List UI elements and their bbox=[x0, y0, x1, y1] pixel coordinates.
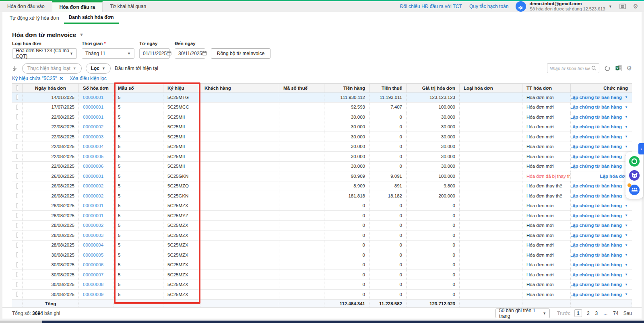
invoice-number-link[interactable]: 00000004 bbox=[83, 243, 103, 247]
row-action-button[interactable]: Lập chứng từ bán hàng ▼ bbox=[571, 253, 628, 257]
row-checkbox[interactable] bbox=[16, 193, 18, 198]
invoice-number-link[interactable]: 00000001 bbox=[83, 213, 103, 218]
row-action-button[interactable]: Lập chứng từ bán hàng ▼ bbox=[571, 272, 628, 277]
to-date-input[interactable]: 30/11/2025 bbox=[175, 48, 205, 59]
subtab-auto-process[interactable]: Tự động xử lý hóa đơn bbox=[5, 12, 64, 24]
scrollbar-thumb[interactable] bbox=[0, 321, 42, 323]
row-action-button[interactable]: Lập chứng từ bán hàng ▼ bbox=[571, 105, 628, 109]
page-size-select[interactable]: 50 bản ghi trên 1 trang ▼ bbox=[495, 309, 550, 318]
batch-actions-button[interactable]: Thực hiện hàng loạt ▼ bbox=[22, 63, 82, 74]
horizontal-scrollbar[interactable] bbox=[0, 321, 644, 323]
col-tien-thue[interactable]: Tiền thuế bbox=[369, 84, 407, 92]
download-icon[interactable] bbox=[12, 65, 18, 72]
list-icon[interactable] bbox=[619, 4, 626, 9]
row-checkbox[interactable] bbox=[16, 252, 18, 257]
pagination-page-3[interactable]: 3 bbox=[594, 311, 599, 316]
invoice-number-link[interactable]: 00000005 bbox=[83, 253, 103, 257]
pagination-page-2[interactable]: 2 bbox=[586, 311, 590, 316]
subtab-invoice-list[interactable]: Danh sách hóa đơn bbox=[64, 12, 119, 24]
invoice-number-link[interactable]: 00000008 bbox=[83, 282, 103, 287]
invoice-number-link[interactable]: 00000009 bbox=[83, 292, 103, 297]
gear-icon[interactable]: ⚙ bbox=[633, 3, 638, 10]
calendar-icon[interactable] bbox=[202, 51, 207, 57]
row-checkbox[interactable] bbox=[16, 292, 18, 297]
tab-hoa-don-dau-ra[interactable]: Hóa đơn đầu ra bbox=[52, 1, 103, 12]
invoice-number-link[interactable]: 00000001 bbox=[83, 105, 103, 109]
col-tien-hang[interactable]: Tiền hàng bbox=[324, 84, 369, 92]
community-icon[interactable] bbox=[629, 185, 640, 195]
col-khach-hang[interactable]: Khách hàng bbox=[200, 84, 279, 92]
col-tt-hoa-don[interactable]: TT hóa đơn bbox=[522, 84, 571, 92]
select-all-checkbox[interactable] bbox=[16, 85, 18, 91]
row-action-button[interactable]: Lập chứng từ bán hàng ▼ bbox=[571, 124, 628, 129]
invoice-number-link[interactable]: 00000003 bbox=[83, 233, 103, 238]
col-chuc-nang[interactable]: Chức năng bbox=[571, 84, 632, 92]
calendar-icon[interactable] bbox=[167, 51, 171, 57]
accounting-rules-link[interactable]: Quy tắc hạch toán bbox=[469, 4, 508, 9]
search-icon[interactable] bbox=[591, 66, 597, 71]
pagination-prev[interactable]: Trước bbox=[557, 311, 570, 316]
chevron-down-icon[interactable]: ▼ bbox=[79, 32, 84, 37]
clear-filters-link[interactable]: Xóa điều kiện lọc bbox=[70, 76, 106, 81]
row-action-button[interactable]: Lập chứng từ bán hàng ▼ bbox=[571, 233, 628, 238]
invoice-number-link[interactable]: 00000006 bbox=[83, 262, 103, 267]
invoice-number-link[interactable]: 00000005 bbox=[83, 154, 103, 159]
row-action-button[interactable]: Lập chứng từ bán hàng ▼ bbox=[571, 183, 628, 188]
invoice-number-link[interactable]: 00000002 bbox=[83, 223, 103, 228]
invoice-type-select[interactable]: Hóa đơn NĐ 123 (Có mã CQT) ▼ bbox=[12, 48, 77, 59]
row-action-button[interactable]: Lập chứng từ bán hàng ▼ bbox=[571, 292, 628, 297]
pagination-page-1[interactable]: 1 bbox=[574, 309, 582, 317]
search-input[interactable] bbox=[550, 66, 590, 71]
chat-support-icon[interactable] bbox=[629, 156, 640, 167]
row-checkbox[interactable] bbox=[16, 232, 18, 238]
invoice-number-link[interactable]: 00000002 bbox=[83, 124, 103, 129]
row-action-button[interactable]: Lập chứng từ bán hàng ▼ bbox=[571, 144, 628, 149]
row-checkbox[interactable] bbox=[16, 213, 18, 218]
row-checkbox[interactable] bbox=[16, 262, 18, 267]
row-action-button[interactable]: Lập chứng từ bán hàng ▼ bbox=[571, 95, 628, 100]
invoice-number-link[interactable]: 00000001 bbox=[83, 203, 103, 208]
row-checkbox[interactable] bbox=[16, 173, 18, 179]
reconcile-link[interactable]: Đối chiếu HĐ đầu ra với TCT bbox=[400, 4, 462, 9]
col-mau-so[interactable]: Mẫu số bbox=[114, 84, 163, 92]
row-action-button[interactable]: Lập chứng từ bán hàng ▼ bbox=[571, 282, 628, 287]
row-action-button[interactable]: Lập chứng từ bán hàng ▼ bbox=[571, 243, 628, 247]
row-action-button[interactable]: Lập chứng từ bán hàng ▼ bbox=[571, 193, 628, 198]
row-checkbox[interactable] bbox=[16, 154, 18, 159]
bot-panda-icon[interactable] bbox=[629, 170, 640, 181]
row-action-button[interactable]: Lập hóa đơn ▼ bbox=[600, 174, 628, 179]
refresh-icon[interactable] bbox=[604, 65, 611, 72]
invoice-number-link[interactable]: 00000001 bbox=[83, 174, 103, 179]
tab-hoa-don-dau-vao[interactable]: Hóa đơn đầu vào bbox=[0, 1, 52, 12]
filter-button[interactable]: Lọc ▼ bbox=[86, 63, 111, 74]
row-checkbox[interactable] bbox=[16, 134, 18, 139]
invoice-number-link[interactable]: 00000006 bbox=[83, 164, 103, 169]
close-icon[interactable]: ✕ bbox=[59, 76, 63, 81]
row-action-button[interactable]: Lập chứng từ bán hàng ▼ bbox=[571, 164, 628, 169]
sync-meinvoice-button[interactable]: Đồng bộ từ meInvoice bbox=[211, 48, 270, 59]
invoice-number-link[interactable]: 00000004 bbox=[83, 144, 103, 149]
row-checkbox[interactable] bbox=[16, 183, 18, 189]
filter-chip[interactable]: Ký hiệu chứa "5C25" ✕ bbox=[12, 76, 63, 81]
invoice-number-link[interactable]: 00000001 bbox=[83, 115, 103, 119]
invoice-number-link[interactable]: 00000007 bbox=[83, 272, 103, 277]
row-checkbox[interactable] bbox=[16, 124, 18, 130]
row-action-button[interactable]: Lập chứng từ bán hàng ▼ bbox=[571, 134, 628, 139]
pagination-page-74[interactable]: 74 bbox=[612, 311, 619, 316]
row-checkbox[interactable] bbox=[16, 114, 18, 119]
tab-to-khai-hai-quan[interactable]: Tờ khai hải quan bbox=[103, 1, 153, 12]
col-ky-hieu[interactable]: Ký hiệu bbox=[163, 84, 200, 92]
row-checkbox[interactable] bbox=[16, 144, 18, 149]
pagination-next[interactable]: Sau bbox=[623, 311, 632, 316]
row-checkbox[interactable] bbox=[16, 223, 18, 228]
row-action-button[interactable]: Lập chứng từ bán hàng ▼ bbox=[571, 203, 628, 208]
row-action-button[interactable]: Lập chứng từ bán hàng ▼ bbox=[571, 154, 628, 159]
row-checkbox[interactable] bbox=[16, 243, 18, 248]
invoice-number-link[interactable]: 00000002 bbox=[83, 183, 103, 188]
row-action-button[interactable]: Lập chứng từ bán hàng ▼ bbox=[571, 115, 628, 119]
col-loai-hoa-don[interactable]: Loại hóa đơn bbox=[460, 84, 522, 92]
row-checkbox[interactable] bbox=[16, 272, 18, 277]
invoice-number-link[interactable]: 00000001 bbox=[83, 95, 103, 100]
col-ma-so-thue[interactable]: Mã số thuế bbox=[279, 84, 324, 92]
period-select[interactable]: Tháng 11 ▼ bbox=[82, 48, 134, 59]
